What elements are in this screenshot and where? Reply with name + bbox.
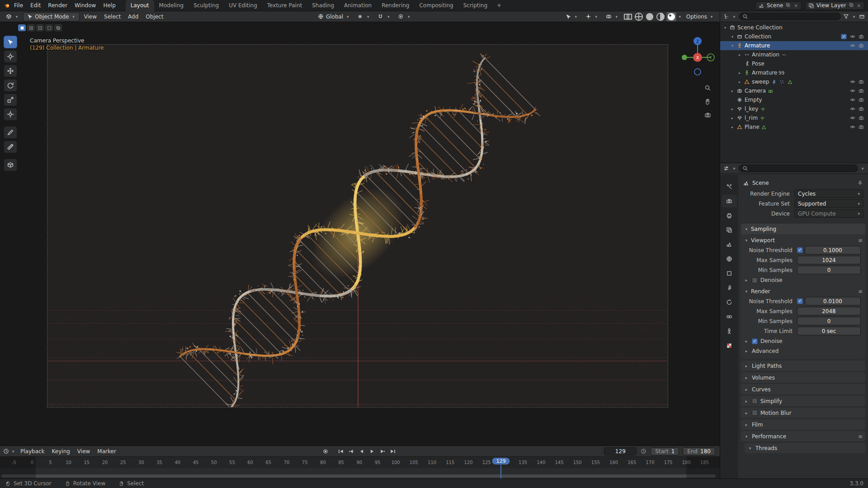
properties-tab-physics[interactable] xyxy=(722,296,737,309)
properties-tab-tool[interactable] xyxy=(722,180,737,193)
options-dropdown[interactable]: Options▾ xyxy=(684,12,717,21)
play-button[interactable] xyxy=(367,447,377,455)
denoise-panel[interactable]: ▸ ✓ Denoise xyxy=(741,336,865,346)
new-collection-icon[interactable] xyxy=(859,13,865,20)
outliner-editor-icon[interactable] xyxy=(723,13,730,20)
advanced-panel[interactable]: ▸ Advanced xyxy=(741,346,865,356)
outliner-search-input[interactable] xyxy=(739,13,841,20)
chevron-down-icon[interactable]: ▾ xyxy=(10,449,16,454)
menu-file[interactable]: File xyxy=(10,1,27,10)
proportional-editing-dropdown[interactable]: ▾ xyxy=(395,12,414,21)
denoise-checkbox[interactable]: ✓ xyxy=(752,338,758,344)
xray-toggle[interactable] xyxy=(623,12,633,21)
workspace-tab-sculpting[interactable]: Sculpting xyxy=(189,0,224,11)
jump-end-button[interactable] xyxy=(388,447,398,455)
section-menu-icon[interactable]: ≡ xyxy=(858,433,863,440)
selectability-dropdown[interactable]: ▾ xyxy=(562,12,581,21)
workspace-tab-uv-editing[interactable]: UV Editing xyxy=(224,0,262,11)
filter-dropdown-icon[interactable]: ▾ xyxy=(860,166,865,171)
tool-scale-button[interactable] xyxy=(4,94,17,106)
expand-arrow-icon[interactable]: ▸ xyxy=(729,89,736,93)
eye-toggle-icon[interactable] xyxy=(848,115,857,121)
menu-window[interactable]: Window xyxy=(71,1,99,10)
camera-toggle-icon[interactable] xyxy=(857,88,865,94)
transform-orientation-dropdown[interactable]: Global ▾ xyxy=(315,12,353,21)
properties-tab-object[interactable] xyxy=(722,267,737,280)
vp-noise-threshold-checkbox[interactable]: ✓ xyxy=(797,247,803,253)
rn-max-samples-field[interactable]: 2048 xyxy=(797,307,861,315)
scene-selector[interactable]: Scene × xyxy=(755,1,802,10)
rn-noise-threshold-field[interactable]: 0.0100 xyxy=(805,297,861,305)
camera-toggle-icon[interactable] xyxy=(857,43,865,48)
camera-toggle-icon[interactable] xyxy=(857,124,865,130)
shading-wireframe-button[interactable] xyxy=(634,12,644,21)
render-subpanel-header[interactable]: ▾ Render ≡ xyxy=(741,286,865,296)
mode-selector[interactable]: Object Mode ▾ xyxy=(23,12,80,21)
tool-measure-button[interactable] xyxy=(4,141,17,153)
prev-keyframe-button[interactable] xyxy=(346,447,356,455)
expand-arrow-icon[interactable]: ▸ xyxy=(736,53,743,57)
properties-tab-modifiers[interactable] xyxy=(722,282,737,294)
next-keyframe-button[interactable] xyxy=(377,447,387,455)
expand-arrow-icon[interactable]: ▸ xyxy=(736,80,743,84)
outliner-row-camera[interactable]: ▸Camera xyxy=(720,86,868,95)
viewport-3d[interactable]: Camera Perspective (129) Collection | Ar… xyxy=(0,22,720,446)
filter-funnel-icon[interactable] xyxy=(843,13,849,20)
collapse-arrow-icon[interactable]: ▾ xyxy=(729,35,736,39)
timeline-menu-view[interactable]: View xyxy=(74,447,94,456)
outliner-row-animation[interactable]: ▸Animation xyxy=(720,50,868,59)
subpanel-menu-icon[interactable]: ≡ xyxy=(858,237,863,244)
new-view-layer-icon[interactable] xyxy=(848,3,854,8)
expand-arrow-icon[interactable]: ▸ xyxy=(736,71,743,75)
view-layer-selector[interactable]: View Layer × xyxy=(805,1,864,10)
viewport-menu-select[interactable]: Select xyxy=(100,12,124,21)
tool-cursor-button[interactable] xyxy=(4,50,17,63)
section-threads[interactable]: ▾Threads xyxy=(745,443,865,453)
play-reverse-button[interactable] xyxy=(357,447,367,455)
remove-view-layer-icon[interactable]: × xyxy=(856,3,862,8)
timeline-menu-marker[interactable]: Marker xyxy=(94,447,119,456)
clock-icon[interactable] xyxy=(640,448,647,455)
vp-noise-threshold-field[interactable]: 0.1000 xyxy=(805,246,861,254)
checkbox-toggle-icon[interactable]: ✓ xyxy=(840,34,848,39)
simplify-checkbox[interactable] xyxy=(752,398,758,404)
outliner-row-armature[interactable]: ▸Armature99 xyxy=(720,68,868,77)
current-frame-line[interactable] xyxy=(500,465,501,479)
workspace-tab-layout[interactable]: Layout xyxy=(126,0,154,11)
camera-view-icon[interactable] xyxy=(702,109,713,121)
workspace-tab-shading[interactable]: Shading xyxy=(307,0,339,11)
navigation-gizmo[interactable]: Z X Y xyxy=(680,34,715,79)
vp-max-samples-field[interactable]: 1024 xyxy=(797,256,861,264)
camera-toggle-icon[interactable] xyxy=(857,106,865,112)
snap-toggle[interactable]: ▾ xyxy=(374,12,394,21)
camera-toggle-icon[interactable] xyxy=(857,79,865,84)
camera-toggle-icon[interactable] xyxy=(857,97,865,103)
section-performance[interactable]: ▾Performance≡ xyxy=(741,431,865,441)
section-light-paths[interactable]: ▸Light Paths xyxy=(741,361,865,371)
menu-help[interactable]: Help xyxy=(99,1,119,10)
timeline-editor-icon[interactable] xyxy=(3,448,9,455)
overlays-dropdown[interactable]: ▾ xyxy=(603,12,622,21)
add-workspace-button[interactable]: + xyxy=(494,2,504,9)
shading-material-button[interactable] xyxy=(656,12,665,21)
tool-add-cube-button[interactable] xyxy=(4,159,17,171)
tool-rotate-button[interactable] xyxy=(4,79,17,92)
timeline-menu-playback[interactable]: Playback xyxy=(17,447,48,456)
chevron-down-icon[interactable]: ▾ xyxy=(731,14,737,19)
gizmo-z-neg-axis[interactable] xyxy=(694,69,701,75)
timeline-menu-keying[interactable]: Keying xyxy=(48,447,74,456)
select-subtract-button[interactable] xyxy=(36,24,44,31)
workspace-tab-texture-paint[interactable]: Texture Paint xyxy=(262,0,307,11)
pin-icon[interactable] xyxy=(857,180,863,187)
outliner-row-plane[interactable]: ▸Plane xyxy=(720,122,868,131)
eye-toggle-icon[interactable] xyxy=(848,124,857,130)
section-volumes[interactable]: ▸Volumes xyxy=(741,372,865,383)
menu-render[interactable]: Render xyxy=(44,1,71,10)
motion-blur-checkbox[interactable] xyxy=(752,410,758,416)
workspace-tab-rendering[interactable]: Rendering xyxy=(377,0,414,11)
outliner-row-empty[interactable]: Empty xyxy=(720,95,868,104)
shading-dropdown-icon[interactable]: ▾ xyxy=(677,14,683,19)
section-simplify[interactable]: ▸Simplify xyxy=(741,396,865,406)
outliner-row-pose[interactable]: Pose xyxy=(720,59,868,68)
properties-tab-world[interactable] xyxy=(722,253,737,265)
